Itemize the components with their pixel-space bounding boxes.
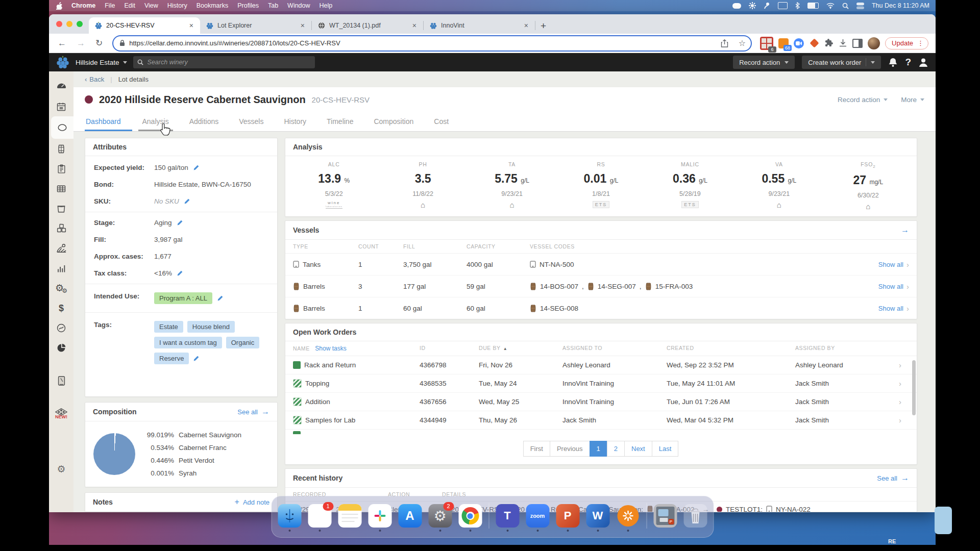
forward-icon[interactable]: → (73, 38, 89, 48)
extension-icon-diamond[interactable] (809, 38, 819, 48)
edit-pencil-icon[interactable] (193, 164, 200, 171)
edit-pencil-icon[interactable] (177, 219, 183, 226)
sidebar-item-new-feature[interactable]: NEW! (49, 400, 74, 427)
tab-cost[interactable]: Cost (424, 112, 459, 131)
dock-zoom-icon[interactable]: zoom (526, 504, 549, 528)
sort-asc-icon[interactable]: ▲ (503, 346, 508, 351)
profile-avatar[interactable] (868, 37, 880, 49)
add-note-link[interactable]: Add note (243, 498, 270, 506)
vessel-code-link[interactable]: 14-SEG-007 (598, 283, 636, 290)
record-action-button[interactable]: Record action (733, 56, 795, 69)
pagination-previous[interactable]: Previous (550, 441, 590, 457)
vessel-code-link[interactable]: 14-SEG-008 (540, 305, 578, 312)
zoom-menubar-icon[interactable] (732, 3, 741, 9)
arrow-right-icon[interactable]: → (261, 407, 270, 416)
metric-alc[interactable]: ALC 13.9 % 5/3/22 winelaboratories (289, 161, 378, 210)
bluetooth-menubar-icon[interactable] (795, 2, 800, 9)
tab-additions[interactable]: Additions (179, 112, 229, 131)
pagination-next[interactable]: Next (624, 441, 652, 457)
vessel-code-link[interactable]: 15-FRA-003 (655, 283, 693, 290)
tab-close-icon[interactable]: × (299, 21, 306, 30)
vessel-row-barrels-2[interactable]: Barrels 1 60 gal 60 gal 14-SEG-008 Show … (285, 297, 917, 319)
tab-dashboard[interactable]: Dashboard (85, 112, 132, 131)
sidebar-item-reports[interactable] (49, 338, 74, 358)
dock-teams-icon[interactable]: T (496, 504, 519, 528)
history-lot-link[interactable]: TESTLOT1: (726, 506, 763, 512)
sidebar-item-dashboard[interactable] (49, 77, 74, 96)
vessel-code-link[interactable]: NT-NA-500 (540, 261, 574, 268)
show-all-link[interactable]: Show all› (860, 260, 909, 269)
sidebar-item-hoses[interactable] (49, 318, 74, 338)
metric-ph[interactable]: PH 3.5 11/8/22 ⌂ (378, 161, 467, 210)
bookmark-star-icon[interactable]: ☆ (736, 38, 749, 48)
sidebar-item-vineyards[interactable] (49, 238, 74, 258)
arrow-right-icon[interactable]: → (901, 226, 909, 235)
tab-composition[interactable]: Composition (363, 112, 424, 131)
minimize-window-button[interactable] (66, 21, 72, 27)
share-icon[interactable] (718, 39, 731, 47)
dock-trash-icon[interactable] (683, 504, 707, 528)
tab-history[interactable]: History (274, 112, 316, 131)
pagination-page-1[interactable]: 1 (590, 441, 607, 457)
work-order-row[interactable]: Samples for Lab 4344949 Thu, May 26 Jack… (285, 411, 917, 430)
back-link[interactable]: ‹ Back (85, 76, 104, 83)
winery-search[interactable] (133, 56, 315, 68)
pagination-first[interactable]: First (523, 441, 550, 457)
menubar-item-window[interactable]: Window (283, 2, 314, 9)
address-bar[interactable]: https://cellar.demo.innovint.us/#/wineri… (112, 35, 752, 52)
sidebar-item-costs[interactable]: $ (49, 298, 74, 318)
dock-chrome-icon[interactable] (458, 504, 482, 528)
menubar-item-tab[interactable]: Tab (263, 2, 283, 9)
tag-chip[interactable]: I want a custom tag (154, 337, 222, 348)
tag-chip[interactable]: House blend (187, 321, 235, 333)
tag-chip[interactable]: Organic (226, 337, 260, 348)
metric-ta[interactable]: TA 5.75 g/L 9/23/21 ⌂ (468, 161, 556, 210)
menubar-item-help[interactable]: Help (315, 2, 337, 9)
notifications-bell-icon[interactable] (888, 57, 898, 67)
zoom-extension-icon[interactable] (794, 38, 804, 48)
metric-va[interactable]: VA 0.55 g/L 9/23/21 ⌂ (734, 161, 823, 210)
tab-timeline[interactable]: Timeline (316, 112, 363, 131)
edit-pencil-icon[interactable] (193, 355, 200, 362)
sidebar-item-analytics[interactable] (49, 258, 74, 278)
menubar-item-edit[interactable]: Edit (119, 2, 140, 9)
extensions-puzzle-icon[interactable] (824, 39, 834, 48)
dock-photos-icon[interactable]: 1 (308, 504, 331, 528)
url-text[interactable]: https://cellar.demo.innovint.us/#/wineri… (129, 39, 713, 47)
dock-finder-icon[interactable] (278, 504, 301, 528)
tag-chip[interactable]: Estate (154, 321, 183, 333)
meeting-overlay-panel[interactable] (935, 507, 952, 534)
sidebar-item-barrels[interactable] (49, 139, 74, 159)
edit-pencil-icon[interactable] (177, 270, 183, 277)
sidebar-item-fruit-intake[interactable] (49, 179, 74, 198)
control-center-icon[interactable] (856, 3, 864, 9)
browser-tab-innovint[interactable]: InnoVint × (424, 17, 535, 34)
work-order-row[interactable]: Rack and Return 4366798 Fri, Nov 26 Ashl… (285, 356, 917, 374)
fullscreen-window-button[interactable] (77, 21, 83, 27)
edit-pencil-icon[interactable] (217, 295, 224, 302)
browser-tab-pdf[interactable]: WT_20134 (1).pdf × (312, 17, 423, 34)
side-panel-icon[interactable] (852, 39, 863, 48)
chevron-down-icon[interactable] (871, 61, 875, 64)
work-order-row[interactable]: Topping 4368535 Tue, May 24 InnoVint Tra… (285, 374, 917, 393)
tab-vessels[interactable]: Vessels (229, 112, 274, 131)
chevron-right-icon[interactable]: › (899, 379, 909, 388)
pagination-page-2[interactable]: 2 (607, 441, 625, 457)
close-window-button[interactable] (56, 21, 62, 27)
extension-icon-orange[interactable]: 68 (778, 38, 789, 48)
reload-icon[interactable]: ↻ (92, 38, 106, 48)
chevron-right-icon[interactable]: › (899, 416, 909, 424)
metric-fso2[interactable]: FSO2 27 mg/L 6/30/22 ⌂ (824, 161, 913, 210)
wifi-menubar-icon[interactable] (826, 3, 835, 9)
tag-chip[interactable]: Reserve (154, 353, 189, 364)
new-tab-button[interactable]: + (535, 20, 553, 34)
dock-slack-icon[interactable] (368, 504, 391, 528)
menubar-item-file[interactable]: File (100, 2, 119, 9)
update-chrome-button[interactable]: Update ⋮ (885, 37, 928, 49)
chevron-right-icon[interactable]: › (899, 361, 909, 369)
sidebar-item-mobile-app[interactable] (49, 371, 74, 391)
sidebar-item-settings[interactable]: ⚙ (49, 459, 74, 479)
sidebar-item-fermentation-bins[interactable] (49, 198, 74, 218)
dock-notes-icon[interactable] (338, 504, 361, 528)
create-work-order-button[interactable]: Create work order (802, 56, 881, 69)
